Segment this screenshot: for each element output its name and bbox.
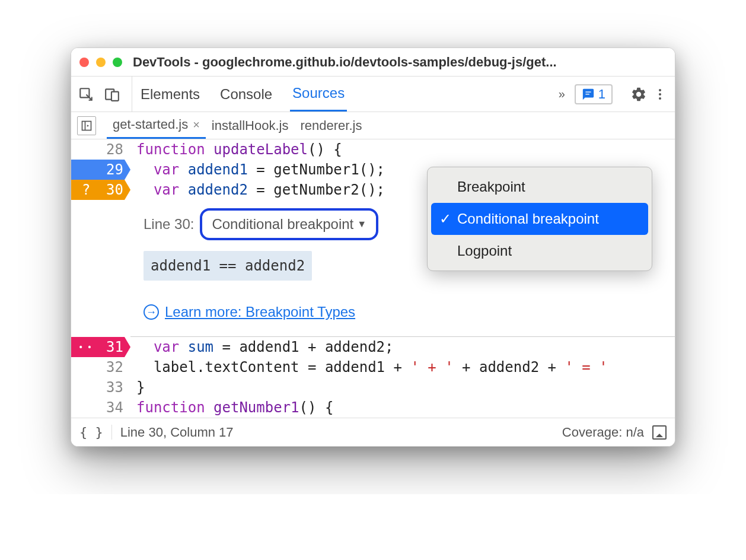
- chevron-down-icon: ▼: [357, 214, 366, 234]
- panel-tabs: Elements Console Sources: [138, 77, 347, 112]
- line-number[interactable]: 33: [71, 377, 130, 397]
- file-tab-bar: get-started.js × installHook.js renderer…: [71, 112, 675, 139]
- file-tab-renderer[interactable]: renderer.js: [294, 112, 368, 139]
- inspect-element-icon[interactable]: [77, 85, 95, 103]
- code-line: 31 var sum = addend1 + addend2;: [71, 337, 675, 357]
- panel-toolbar: Elements Console Sources » 1: [71, 77, 675, 112]
- settings-icon[interactable]: [630, 85, 648, 103]
- titlebar: DevTools - googlechrome.github.io/devtoo…: [71, 48, 675, 77]
- svg-rect-3: [585, 91, 591, 92]
- breakpoint-type-select[interactable]: Conditional breakpoint ▼: [200, 208, 378, 240]
- line-number[interactable]: 32: [71, 357, 130, 377]
- breakpoint-type-dropdown: Breakpoint Conditional breakpoint Logpoi…: [427, 167, 652, 271]
- code-editor[interactable]: 28 function updateLabel() { 29 var adden…: [71, 139, 675, 418]
- learn-more-link[interactable]: Learn more: Breakpoint Types: [165, 302, 355, 322]
- breakpoint-type-label: Conditional breakpoint: [212, 214, 353, 234]
- code-line: 32 label.textContent = addend1 + ' + ' +…: [71, 357, 675, 377]
- issues-icon: [582, 88, 595, 101]
- file-tab-label: get-started.js: [113, 117, 188, 132]
- maximize-window-button[interactable]: [113, 58, 122, 67]
- svg-rect-4: [585, 94, 589, 94]
- close-window-button[interactable]: [79, 58, 89, 67]
- window-controls: [79, 58, 122, 67]
- file-tab-installhook[interactable]: installHook.js: [206, 112, 295, 139]
- conditional-breakpoint-marker[interactable]: 30: [71, 180, 130, 200]
- pretty-print-icon[interactable]: { }: [79, 425, 112, 440]
- device-toolbar-icon[interactable]: [103, 85, 121, 103]
- devtools-window: DevTools - googlechrome.github.io/devtoo…: [71, 47, 675, 447]
- line-number[interactable]: 28: [71, 139, 130, 160]
- coverage-label: Coverage: n/a: [562, 425, 644, 440]
- svg-point-7: [659, 97, 661, 100]
- show-drawer-icon[interactable]: [652, 425, 667, 440]
- svg-point-5: [659, 89, 661, 91]
- dropdown-item-logpoint[interactable]: Logpoint: [431, 235, 648, 267]
- file-tab-label: installHook.js: [212, 118, 289, 133]
- breakpoint-condition-input[interactable]: addend1 == addend2: [144, 251, 312, 281]
- issues-button[interactable]: 1: [575, 84, 613, 104]
- close-tab-icon[interactable]: ×: [193, 118, 200, 132]
- code-line: 34 function getNumber1() {: [71, 397, 675, 418]
- breakpoint-marker[interactable]: 29: [71, 160, 130, 180]
- logpoint-marker[interactable]: 31: [71, 337, 130, 357]
- line-number[interactable]: 34: [71, 397, 130, 418]
- issues-count: 1: [598, 87, 605, 102]
- window-title: DevTools - googlechrome.github.io/devtoo…: [133, 55, 557, 70]
- minimize-window-button[interactable]: [96, 58, 106, 67]
- tab-elements[interactable]: Elements: [138, 77, 202, 112]
- tab-console[interactable]: Console: [218, 77, 275, 112]
- cursor-position: Line 30, Column 17: [120, 425, 234, 440]
- more-tabs-button[interactable]: »: [553, 87, 571, 101]
- arrow-right-circle-icon: →: [144, 304, 159, 320]
- dropdown-item-breakpoint[interactable]: Breakpoint: [431, 171, 648, 203]
- svg-point-6: [659, 93, 661, 96]
- status-bar: { } Line 30, Column 17 Coverage: n/a: [71, 418, 675, 446]
- code-line: 33 }: [71, 377, 675, 397]
- more-options-icon[interactable]: [651, 85, 669, 103]
- learn-more-row: → Learn more: Breakpoint Types: [144, 302, 662, 322]
- tab-sources[interactable]: Sources: [290, 77, 347, 112]
- file-tab-get-started[interactable]: get-started.js ×: [107, 112, 206, 139]
- dropdown-item-conditional-breakpoint[interactable]: Conditional breakpoint: [431, 203, 648, 235]
- breakpoint-line-label: Line 30:: [144, 214, 194, 234]
- code-line: 28 function updateLabel() {: [71, 139, 675, 160]
- svg-rect-8: [82, 121, 91, 130]
- navigator-toggle-icon[interactable]: [77, 116, 96, 135]
- file-tab-label: renderer.js: [300, 118, 362, 133]
- svg-rect-2: [111, 91, 119, 100]
